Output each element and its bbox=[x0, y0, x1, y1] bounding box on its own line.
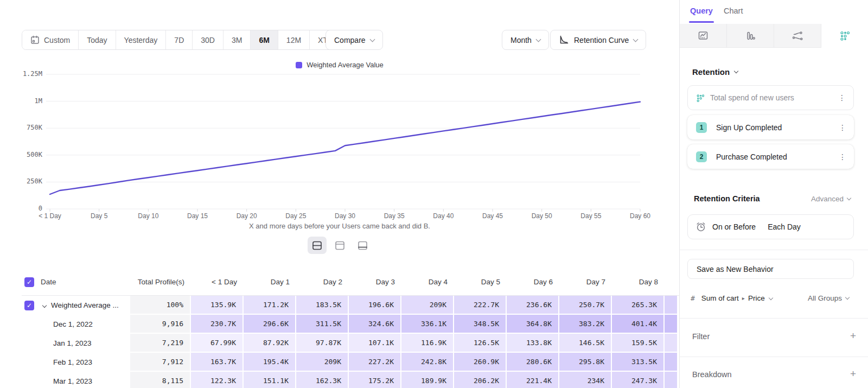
retention-value-cell[interactable]: 116.9K bbox=[401, 334, 454, 353]
tab-insights[interactable] bbox=[680, 24, 727, 48]
split-view-button[interactable] bbox=[308, 237, 327, 254]
granularity-select[interactable]: Month bbox=[502, 30, 549, 50]
retention-value-cell[interactable]: 250.7K bbox=[559, 296, 612, 315]
tab-query[interactable]: Query bbox=[690, 7, 713, 15]
retention-value-cell[interactable]: 260.9K bbox=[454, 353, 507, 372]
retention-value-cell[interactable]: 196.6K bbox=[349, 296, 401, 315]
range-12m[interactable]: 12M bbox=[278, 30, 309, 49]
retention-value-cell[interactable]: 383.2K bbox=[559, 315, 612, 334]
retention-value-cell[interactable]: 296.6K bbox=[244, 315, 296, 334]
retention-value-cell[interactable]: 146.5K bbox=[559, 334, 612, 353]
range-6m[interactable]: 6M bbox=[250, 30, 277, 49]
row-label-cell[interactable]: Dec 1, 2022 bbox=[22, 315, 130, 334]
retention-value-cell[interactable]: 230.7K bbox=[191, 315, 244, 334]
kebab-menu-icon[interactable]: ⋮ bbox=[839, 123, 846, 132]
column-header[interactable]: < 1 Day bbox=[191, 278, 244, 286]
column-header[interactable]: Day 7 bbox=[559, 278, 612, 286]
tab-chart[interactable]: Chart bbox=[724, 7, 743, 15]
criteria-window[interactable]: Each Day bbox=[768, 222, 801, 231]
chart-type-select[interactable]: Retention Curve bbox=[550, 30, 646, 50]
kebab-menu-icon[interactable]: ⋮ bbox=[838, 93, 846, 102]
retention-value-cell[interactable]: 171.2K bbox=[244, 296, 296, 315]
row-label-cell[interactable]: Feb 1, 2023 bbox=[22, 353, 130, 372]
criteria-mode-select[interactable]: Advanced bbox=[811, 195, 851, 203]
retention-value-cell[interactable]: 242.8K bbox=[401, 353, 454, 372]
retention-value-cell[interactable]: 209K bbox=[296, 353, 349, 372]
retention-value-cell[interactable]: 348.5K bbox=[454, 315, 507, 334]
chart-legend[interactable]: Weighted Average Value bbox=[0, 61, 679, 69]
row-label-cell[interactable]: Mar 1, 2023 bbox=[22, 372, 130, 388]
tab-retention[interactable] bbox=[821, 24, 868, 48]
retention-value-cell[interactable]: 221.4K bbox=[507, 372, 559, 388]
range-yesterday[interactable]: Yesterday bbox=[116, 30, 166, 49]
column-header[interactable]: ✓Date bbox=[22, 277, 130, 287]
column-header[interactable]: Day 1 bbox=[244, 278, 296, 286]
add-breakdown-button[interactable]: + bbox=[850, 369, 856, 379]
column-header[interactable]: Day 4 bbox=[401, 278, 454, 286]
save-as-new-behavior-button[interactable]: Save as New Behavior bbox=[687, 259, 854, 279]
step-card-2[interactable]: 2 Purchase Completed ⋮ bbox=[687, 144, 854, 169]
retention-value-cell[interactable]: 227.2K bbox=[349, 353, 401, 372]
add-filter-button[interactable]: + bbox=[850, 331, 856, 341]
retention-value-cell[interactable]: 107.1K bbox=[349, 334, 401, 353]
retention-value-cell[interactable]: 336.1K bbox=[401, 315, 454, 334]
retention-value-cell[interactable]: 364.8K bbox=[507, 315, 559, 334]
column-header[interactable]: Total Profile(s) bbox=[130, 278, 191, 286]
kebab-menu-icon[interactable]: ⋮ bbox=[839, 152, 846, 161]
row-checkbox[interactable]: ✓ bbox=[24, 301, 34, 310]
retention-value-cell[interactable]: 236.6K bbox=[507, 296, 559, 315]
range-7d[interactable]: 7D bbox=[165, 30, 192, 49]
column-header[interactable]: Day 2 bbox=[296, 278, 349, 286]
retention-value-cell[interactable]: 280.6K bbox=[507, 353, 559, 372]
retention-value-cell[interactable]: 295.8K bbox=[559, 353, 612, 372]
behavior-card[interactable]: Total spend of new users ⋮ bbox=[687, 85, 854, 110]
retention-value-cell[interactable]: 151.1K bbox=[244, 372, 296, 388]
range-today[interactable]: Today bbox=[78, 30, 115, 49]
tab-flows[interactable] bbox=[774, 24, 821, 48]
criteria-timing-card[interactable]: On or Before Each Day bbox=[687, 214, 854, 239]
retention-value-cell[interactable]: 87.92K bbox=[244, 334, 296, 353]
group-scope-select[interactable]: All Groups bbox=[808, 294, 849, 302]
table-view-button[interactable] bbox=[353, 237, 372, 254]
retention-value-cell[interactable]: 189.9K bbox=[401, 372, 454, 388]
retention-value-cell[interactable]: 97.87K bbox=[296, 334, 349, 353]
retention-value-cell[interactable]: 206.2K bbox=[454, 372, 507, 388]
retention-value-cell[interactable]: 313.5K bbox=[612, 353, 665, 372]
retention-value-cell[interactable]: 183.5K bbox=[296, 296, 349, 315]
retention-value-cell[interactable]: 126.5K bbox=[454, 334, 507, 353]
retention-value-cell[interactable]: 324.6K bbox=[349, 315, 401, 334]
retention-value-cell[interactable]: 209K bbox=[401, 296, 454, 315]
row-label-cell[interactable]: ✓Weighted Average ... bbox=[22, 296, 130, 315]
column-header[interactable]: Day 8 bbox=[612, 278, 665, 286]
column-header[interactable]: Day 3 bbox=[349, 278, 401, 286]
range-custom[interactable]: Custom bbox=[22, 30, 78, 49]
retention-value-cell[interactable]: 67.99K bbox=[191, 334, 244, 353]
measure-label[interactable]: Sum of cart bbox=[701, 294, 739, 302]
column-header[interactable]: Day 5 bbox=[454, 278, 507, 286]
retention-value-cell[interactable]: 195.4K bbox=[244, 353, 296, 372]
tab-funnels[interactable] bbox=[727, 24, 774, 48]
retention-value-cell[interactable]: 401.4K bbox=[612, 315, 665, 334]
column-header[interactable]: Day 6 bbox=[507, 278, 559, 286]
expand-chevron-icon[interactable] bbox=[42, 303, 47, 307]
chart-view-button[interactable] bbox=[330, 237, 349, 254]
report-section-title[interactable]: Retention bbox=[692, 67, 738, 77]
retention-value-cell[interactable]: 265.3K bbox=[612, 296, 665, 315]
retention-value-cell[interactable]: 162.3K bbox=[296, 372, 349, 388]
step-card-1[interactable]: 1 Sign Up Completed ⋮ bbox=[687, 115, 854, 139]
retention-value-cell[interactable]: 122.3K bbox=[191, 372, 244, 388]
retention-value-cell[interactable]: 247.3K bbox=[612, 372, 665, 388]
retention-value-cell[interactable]: 135.9K bbox=[191, 296, 244, 315]
retention-value-cell[interactable]: 163.7K bbox=[191, 353, 244, 372]
row-label-cell[interactable]: Jan 1, 2023 bbox=[22, 334, 130, 353]
retention-value-cell[interactable]: 133.8K bbox=[507, 334, 559, 353]
range-30d[interactable]: 30D bbox=[192, 30, 223, 49]
retention-value-cell[interactable]: 222.7K bbox=[454, 296, 507, 315]
select-all-checkbox[interactable]: ✓ bbox=[24, 277, 34, 287]
retention-value-cell[interactable]: 234K bbox=[559, 372, 612, 388]
retention-value-cell[interactable]: 159.5K bbox=[612, 334, 665, 353]
retention-value-cell[interactable]: 311.5K bbox=[296, 315, 349, 334]
measure-property[interactable]: Price bbox=[748, 294, 765, 302]
compare-button[interactable]: Compare bbox=[326, 30, 383, 50]
retention-value-cell[interactable]: 175.2K bbox=[349, 372, 401, 388]
